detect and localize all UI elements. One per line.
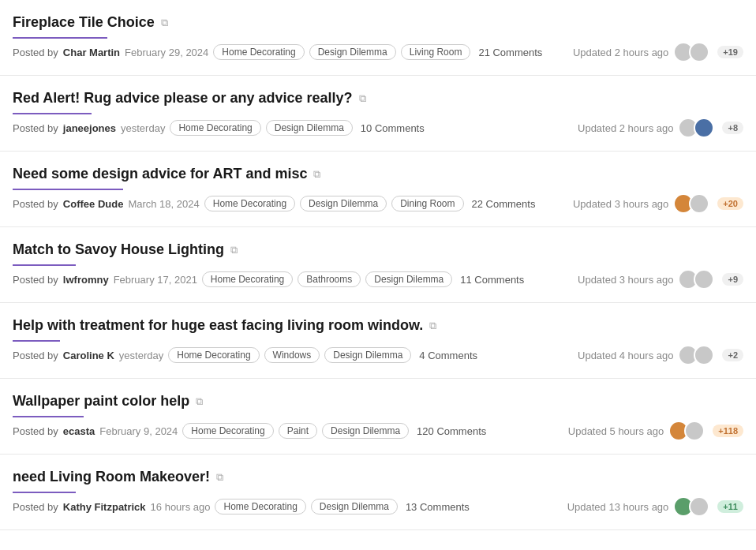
post-title[interactable]: Match to Savoy House Lighting	[13, 241, 224, 258]
updated-text: Updated 5 hours ago	[568, 425, 664, 437]
author-name[interactable]: lwfromny	[63, 274, 109, 286]
post-tag[interactable]: Windows	[264, 347, 320, 363]
avatar	[689, 193, 709, 214]
post-item: Match to Savoy House Lighting⧉Posted byl…	[0, 227, 756, 303]
post-title[interactable]: Help with treatment for huge east facing…	[13, 317, 423, 334]
author-name[interactable]: Caroline K	[63, 350, 114, 361]
post-tag[interactable]: Living Room	[401, 44, 471, 60]
post-tag[interactable]: Paint	[279, 423, 317, 439]
post-date: yesterday	[121, 122, 165, 134]
post-tag[interactable]: Home Decorating	[213, 44, 304, 60]
post-title-wrapper: Fireplace Tile Choice⧉	[13, 14, 743, 39]
comments-count[interactable]: 13 Comments	[406, 501, 470, 513]
author-name[interactable]: Char Martin	[63, 47, 120, 58]
post-tag[interactable]: Home Decorating	[182, 423, 273, 439]
post-title-wrapper: need Living Room Makeover!⧉	[13, 469, 743, 493]
avatar	[689, 42, 709, 62]
updated-text: Updated 2 hours ago	[578, 122, 673, 134]
copy-icon[interactable]: ⧉	[429, 320, 436, 332]
post-item: need Living Room Makeover!⧉Posted byKath…	[0, 455, 756, 530]
post-meta: Posted byjaneejonesyesterdayHome Decorat…	[13, 118, 743, 138]
post-date: February 17, 2021	[114, 274, 197, 286]
post-title[interactable]: Fireplace Tile Choice	[13, 14, 155, 31]
avatar	[694, 345, 714, 365]
post-title-row: Help with treatment for huge east facing…	[13, 317, 743, 334]
copy-icon[interactable]: ⧉	[359, 92, 366, 105]
post-date: March 18, 2024	[128, 198, 199, 210]
post-date: yesterday	[119, 350, 163, 361]
updated-text: Updated 4 hours ago	[578, 350, 673, 361]
updated-info: Updated 3 hours ago+9	[578, 269, 743, 290]
post-title[interactable]: Wallpaper paint color help	[13, 393, 189, 410]
post-tag[interactable]: Design Dilemma	[309, 44, 396, 60]
title-underline	[13, 492, 76, 493]
avatar-group	[673, 496, 709, 517]
title-underline	[13, 264, 76, 266]
post-title-wrapper: Red Alert! Rug advice please or any advi…	[13, 90, 743, 114]
comments-count[interactable]: 21 Comments	[478, 47, 542, 58]
updated-text: Updated 13 hours ago	[567, 501, 669, 513]
posted-by-label: Posted by	[13, 198, 58, 210]
post-tag[interactable]: Home Decorating	[202, 271, 293, 287]
author-name[interactable]: ecasta	[63, 425, 95, 437]
post-item: Red Alert! Rug advice please or any advi…	[0, 76, 756, 152]
comments-count[interactable]: 22 Comments	[472, 198, 536, 210]
post-item: Need some design advice for ART and misc…	[0, 152, 756, 227]
post-title[interactable]: need Living Room Makeover!	[13, 469, 210, 485]
post-title-row: Red Alert! Rug advice please or any advi…	[13, 90, 743, 107]
plus-badge: +20	[717, 197, 743, 210]
post-tag[interactable]: Design Dilemma	[266, 120, 353, 136]
post-tag[interactable]: Dining Room	[391, 196, 463, 211]
comments-count[interactable]: 120 Comments	[417, 425, 486, 437]
post-tag[interactable]: Bathrooms	[298, 271, 361, 287]
post-tag[interactable]: Design Dilemma	[365, 271, 452, 287]
avatar-group	[673, 193, 709, 214]
copy-icon[interactable]: ⧉	[313, 168, 320, 181]
post-item: Help with treatment for huge east facing…	[0, 303, 756, 379]
avatar	[684, 421, 705, 441]
avatar	[694, 269, 714, 290]
post-tag[interactable]: Home Decorating	[215, 499, 305, 514]
updated-text: Updated 3 hours ago	[573, 198, 668, 210]
copy-icon[interactable]: ⧉	[196, 395, 203, 408]
updated-info: Updated 5 hours ago+118	[568, 421, 743, 441]
posted-by-label: Posted by	[13, 122, 58, 134]
post-title-wrapper: Help with treatment for huge east facing…	[13, 317, 743, 342]
comments-count[interactable]: 10 Comments	[361, 122, 425, 134]
post-tag[interactable]: Design Dilemma	[311, 499, 398, 514]
avatar-group	[678, 269, 714, 290]
copy-icon[interactable]: ⧉	[161, 17, 168, 29]
updated-text: Updated 3 hours ago	[578, 274, 673, 286]
post-item: Wallpaper paint color help⧉Posted byecas…	[0, 379, 756, 455]
post-tag[interactable]: Design Dilemma	[322, 423, 409, 439]
author-name[interactable]: Kathy Fitzpatrick	[63, 501, 146, 513]
posted-by-label: Posted by	[13, 274, 58, 286]
author-name[interactable]: janeejones	[63, 122, 116, 134]
post-list: Fireplace Tile Choice⧉Posted byChar Mart…	[0, 0, 756, 530]
post-title-row: need Living Room Makeover!⧉	[13, 469, 743, 485]
post-date: 16 hours ago	[151, 501, 211, 513]
post-tag[interactable]: Home Decorating	[170, 120, 260, 136]
post-tag[interactable]: Design Dilemma	[324, 347, 411, 363]
avatar	[694, 118, 714, 138]
posted-by-label: Posted by	[13, 501, 58, 513]
post-title[interactable]: Red Alert! Rug advice please or any advi…	[13, 90, 353, 107]
comments-count[interactable]: 11 Comments	[460, 274, 524, 286]
copy-icon[interactable]: ⧉	[216, 471, 223, 484]
post-tag[interactable]: Home Decorating	[204, 196, 295, 211]
post-meta: Posted byecastaFebruary 9, 2024Home Deco…	[13, 421, 743, 441]
title-underline	[13, 189, 123, 190]
comments-count[interactable]: 4 Comments	[419, 350, 477, 361]
author-name[interactable]: Coffee Dude	[63, 198, 124, 210]
post-title-row: Wallpaper paint color help⧉	[13, 393, 743, 410]
plus-badge: +118	[713, 425, 743, 437]
post-title-row: Match to Savoy House Lighting⧉	[13, 241, 743, 258]
post-title[interactable]: Need some design advice for ART and misc	[13, 166, 307, 182]
avatar-group	[678, 345, 714, 365]
copy-icon[interactable]: ⧉	[230, 244, 238, 256]
post-tag[interactable]: Home Decorating	[168, 347, 259, 363]
post-tag[interactable]: Design Dilemma	[300, 196, 387, 211]
title-underline	[13, 37, 107, 39]
plus-badge: +9	[722, 273, 743, 286]
avatar-group	[678, 118, 714, 138]
